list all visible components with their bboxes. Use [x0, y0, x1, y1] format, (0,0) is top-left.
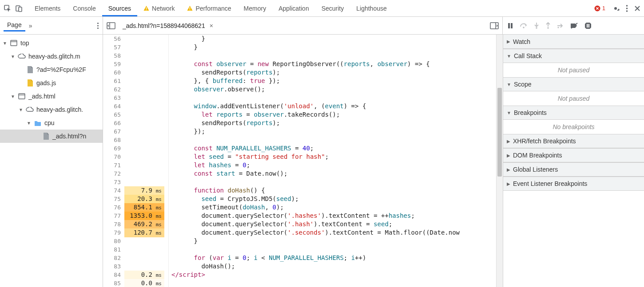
line-number[interactable]: 62 [103, 85, 124, 94]
step-over-icon[interactable] [520, 23, 528, 29]
code-line[interactable]: const observer = new ReportingObserver((… [169, 60, 496, 68]
device-toggle-icon[interactable] [15, 4, 23, 12]
line-number[interactable]: 63 [103, 94, 124, 102]
debug-section-watch[interactable]: ▶Watch [503, 35, 644, 49]
tree-item[interactable]: ▼cpu [0, 116, 103, 130]
expand-arrow-icon[interactable]: ▼ [11, 54, 15, 59]
code-line[interactable] [169, 279, 496, 287]
tree-item[interactable]: ▼top [0, 36, 103, 50]
error-count-badge[interactable]: 1 [594, 5, 605, 12]
line-number[interactable]: 66 [103, 119, 124, 127]
code-line[interactable]: let seed = "starting seed for hash"; [169, 153, 496, 161]
line-number[interactable]: 61 [103, 77, 124, 85]
line-number[interactable]: 68 [103, 136, 124, 144]
debug-section-call-stack[interactable]: ▼Call Stack [503, 49, 644, 63]
code-line[interactable]: sendReports(reports); [169, 68, 496, 77]
code-line[interactable]: let reports = observer.takeRecords(); [169, 110, 496, 119]
line-number[interactable]: 80 [103, 237, 124, 245]
code-line[interactable]: function doHash() { [169, 186, 496, 195]
code-line[interactable]: document.querySelector('.hash').textCont… [169, 220, 496, 228]
code-line[interactable]: let hashes = 0; [169, 161, 496, 169]
line-number[interactable]: 85 [103, 279, 124, 287]
tab-console[interactable]: Console [67, 0, 102, 16]
close-file-tab-icon[interactable]: × [210, 22, 213, 29]
navigator-tab-page[interactable]: Page [4, 20, 25, 31]
open-file-tab[interactable]: _ads.html?n=1588944068621 × [120, 20, 216, 31]
toggle-debug-pane-icon[interactable] [490, 22, 499, 29]
inspect-element-icon[interactable] [4, 4, 12, 12]
line-number[interactable]: 78 [103, 220, 124, 228]
code-line[interactable]: window.addEventListener('unload', (event… [169, 102, 496, 110]
line-number[interactable]: 69 [103, 144, 124, 153]
line-number[interactable]: 72 [103, 169, 124, 178]
code-line[interactable] [169, 245, 496, 254]
tab-performance[interactable]: Performance [181, 0, 237, 16]
code-line[interactable]: const start = Date.now(); [169, 169, 496, 178]
tree-item[interactable]: gads.js [0, 76, 103, 90]
code-line[interactable]: observer.observe(); [169, 85, 496, 94]
editor-scrollbar[interactable] [496, 35, 503, 287]
close-devtools-icon[interactable] [634, 5, 640, 12]
tab-network[interactable]: Network [137, 0, 181, 16]
line-number[interactable]: 84 [103, 271, 124, 279]
line-number[interactable]: 83 [103, 262, 124, 271]
tab-application[interactable]: Application [272, 0, 315, 16]
tab-lighthouse[interactable]: Lighthouse [350, 0, 393, 16]
debug-section-xhr-fetch-breakpoints[interactable]: ▶XHR/fetch Breakpoints [503, 134, 644, 148]
code-line[interactable]: } [169, 43, 496, 51]
tab-memory[interactable]: Memory [238, 0, 273, 16]
expand-arrow-icon[interactable]: ▼ [19, 107, 23, 112]
step-icon[interactable] [557, 23, 564, 29]
debug-section-breakpoints[interactable]: ▼Breakpoints [503, 106, 644, 120]
line-number[interactable]: 71 [103, 161, 124, 169]
toggle-nav-pane-icon[interactable] [107, 22, 115, 29]
expand-arrow-icon[interactable]: ▼ [27, 121, 31, 126]
line-number[interactable]: 64 [103, 102, 124, 110]
source-editor[interactable]: 565758596061626364656667686970717273747.… [103, 35, 503, 287]
code-line[interactable]: } [169, 237, 496, 245]
code-line[interactable]: }); [169, 127, 496, 136]
line-number[interactable]: 73 [103, 178, 124, 186]
expand-arrow-icon[interactable]: ▼ [3, 41, 7, 46]
line-number[interactable]: 74 [103, 186, 124, 195]
expand-arrow-icon[interactable]: ▼ [11, 94, 15, 99]
line-number[interactable]: 81 [103, 245, 124, 254]
pause-script-icon[interactable] [507, 23, 513, 29]
code-line[interactable] [169, 136, 496, 144]
pause-on-exceptions-icon[interactable] [584, 22, 592, 29]
line-number[interactable]: 70 [103, 153, 124, 161]
line-number[interactable]: 57 [103, 43, 124, 51]
code-line[interactable] [169, 94, 496, 102]
step-out-icon[interactable] [545, 22, 551, 29]
line-number[interactable]: 60 [103, 68, 124, 77]
code-line[interactable]: setTimeout(doHash, 0); [169, 203, 496, 212]
tab-sources[interactable]: Sources [102, 0, 137, 16]
tree-item[interactable]: ?ad=%2Fcpu%2F [0, 63, 103, 76]
code-line[interactable]: document.querySelector('.hashes').textCo… [169, 212, 496, 220]
code-line[interactable] [169, 178, 496, 186]
debug-section-global-listeners[interactable]: ▶Global Listeners [503, 162, 644, 177]
code-line[interactable]: for (var i = 0; i < NUM_PARALLEL_HASHERS… [169, 254, 496, 262]
debug-section-event-listener-breakpoints[interactable]: ▶Event Listener Breakpoints [503, 177, 644, 191]
tab-security[interactable]: Security [315, 0, 350, 16]
code-line[interactable]: document.querySelector('.seconds').textC… [169, 228, 496, 237]
code-line[interactable]: } [169, 35, 496, 43]
code-line[interactable]: doHash(); [169, 262, 496, 271]
settings-gear-icon[interactable] [612, 4, 620, 12]
tab-elements[interactable]: Elements [28, 0, 67, 16]
line-number[interactable]: 65 [103, 110, 124, 119]
line-number[interactable]: 75 [103, 195, 124, 203]
line-number[interactable]: 77 [103, 212, 124, 220]
tree-item[interactable]: ▼heavy-ads.glitch. [0, 103, 103, 116]
debug-section-scope[interactable]: ▼Scope [503, 77, 644, 91]
line-number[interactable]: 59 [103, 60, 124, 68]
navigator-more-tabs-icon[interactable]: » [29, 22, 32, 29]
line-number[interactable]: 56 [103, 35, 124, 43]
line-number[interactable]: 67 [103, 127, 124, 136]
deactivate-breakpoints-icon[interactable] [570, 23, 578, 29]
navigator-menu-icon[interactable] [97, 22, 99, 29]
tree-item[interactable]: ▼_ads.html [0, 90, 103, 103]
code-line[interactable]: }, { buffered: true }); [169, 77, 496, 85]
code-line[interactable]: seed = CryptoJS.MD5(seed); [169, 195, 496, 203]
line-number[interactable]: 76 [103, 203, 124, 212]
